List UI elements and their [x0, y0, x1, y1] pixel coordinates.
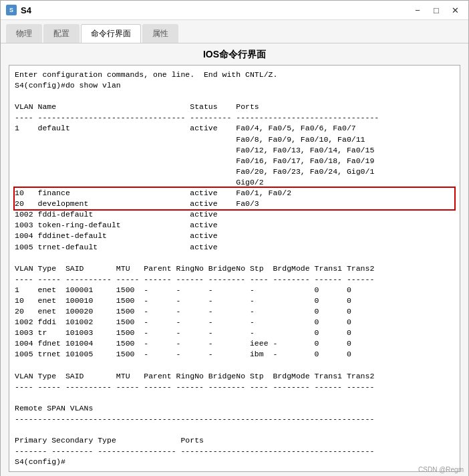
main-window: S S4 − □ ✕ 物理 配置 命令行界面 属性 IOS命令行界面 Enter… — [0, 0, 469, 476]
tab-physics[interactable]: 物理 — [6, 24, 42, 43]
minimize-button[interactable]: − — [410, 3, 426, 17]
maximize-button[interactable]: □ — [428, 3, 444, 17]
title-bar: S S4 − □ ✕ — [1, 1, 468, 20]
title-controls: − □ ✕ — [410, 3, 463, 17]
watermark: CSDN @Regm — [418, 466, 464, 473]
terminal-container: Enter configuration commands, one line. … — [9, 65, 460, 472]
terminal-scroll[interactable]: Enter configuration commands, one line. … — [9, 66, 460, 471]
section-title: IOS命令行界面 — [9, 49, 460, 61]
tab-bar: 物理 配置 命令行界面 属性 — [1, 20, 468, 43]
title-left: S S4 — [6, 5, 31, 15]
main-content: IOS命令行界面 Enter configuration commands, o… — [1, 43, 468, 476]
tab-cli[interactable]: 命令行界面 — [81, 24, 141, 43]
tab-config[interactable]: 配置 — [43, 24, 80, 43]
window-title: S4 — [21, 5, 31, 15]
terminal-text: Enter configuration commands, one line. … — [15, 70, 454, 467]
close-button[interactable]: ✕ — [447, 3, 463, 17]
bottom-bar: 复制 粘贴 — [9, 472, 460, 476]
tab-properties[interactable]: 属性 — [142, 24, 178, 43]
app-icon: S — [6, 5, 17, 15]
